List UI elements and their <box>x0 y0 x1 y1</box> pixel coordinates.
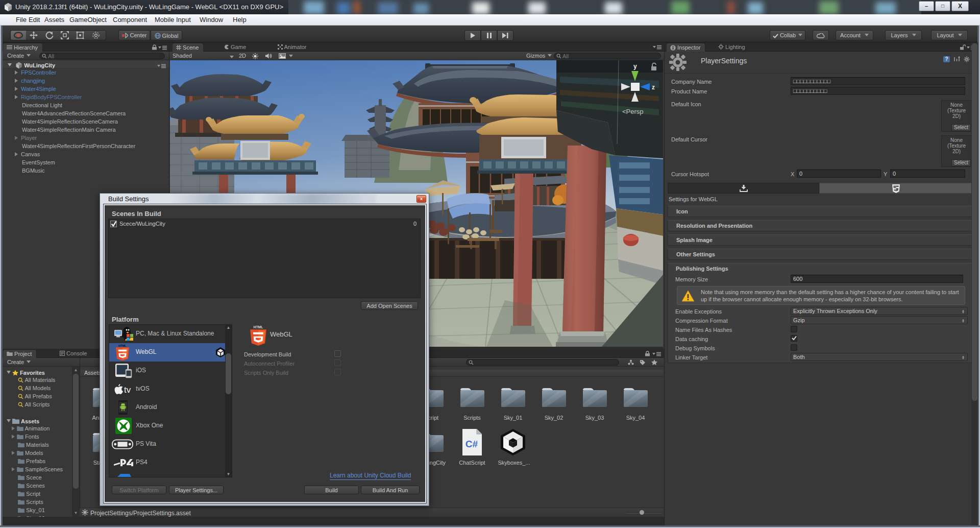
svg-text:z: z <box>652 84 655 91</box>
svg-text:C#: C# <box>465 439 478 449</box>
svg-text:<Persp: <Persp <box>622 108 644 115</box>
svg-text:HTML: HTML <box>254 325 263 329</box>
svg-text:tv: tv <box>124 385 131 395</box>
svg-text:HTML: HTML <box>118 344 127 347</box>
svg-text:y: y <box>633 63 637 70</box>
